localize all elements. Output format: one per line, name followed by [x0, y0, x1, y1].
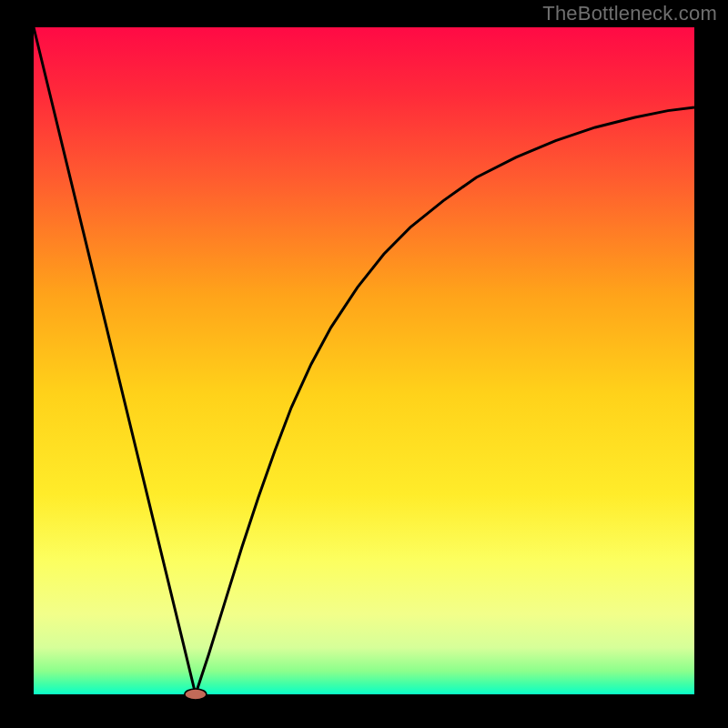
- optimal-point-marker: [185, 689, 207, 700]
- chart-svg: [0, 0, 728, 728]
- chart-frame: TheBottleneck.com: [0, 0, 728, 728]
